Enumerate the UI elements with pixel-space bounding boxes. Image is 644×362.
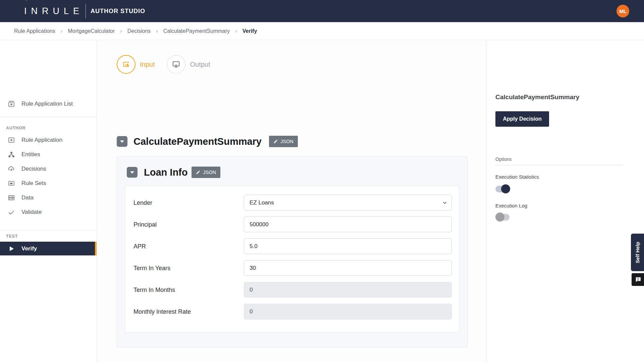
sidebar-item-label: Rule Sets xyxy=(21,180,46,187)
self-help-label: Self Help xyxy=(635,242,640,263)
sidebar-item-label: Validate xyxy=(21,209,42,216)
breadcrumb-separator: › xyxy=(235,28,237,35)
lender-select[interactable]: EZ Loans xyxy=(244,195,452,210)
sidebar-item-label: Decisions xyxy=(21,166,46,172)
sidebar-item-verify[interactable]: Verify xyxy=(0,242,97,255)
tab-output[interactable]: Output xyxy=(167,55,210,74)
rule-application-list-icon xyxy=(7,100,15,108)
rule-application-icon xyxy=(7,136,15,144)
input-icon xyxy=(117,55,136,74)
breadcrumb: Rule Applications › MortgageCalculator ›… xyxy=(0,22,644,40)
inrule-logo: INRULE AUTHOR STUDIO xyxy=(24,4,145,18)
sidebar-section-test: TEST xyxy=(6,234,18,239)
breadcrumb-current-verify: Verify xyxy=(243,28,257,34)
panel-title: CalculatePaymentSummary xyxy=(495,94,579,101)
term-in-months-input xyxy=(244,282,452,298)
left-sidebar: Rule Application List AUTHOR Rule Applic… xyxy=(0,41,97,362)
breadcrumb-mortgagecalculator[interactable]: MortgageCalculator xyxy=(68,28,115,34)
form-row-monthly-interest-rate: Monthly Interest Rate xyxy=(125,304,459,319)
options-divider xyxy=(495,165,623,165)
loan-info-json-button[interactable]: JSON xyxy=(192,167,220,178)
lender-label: Lender xyxy=(133,199,152,206)
decisions-icon xyxy=(7,165,15,173)
form-row-term-in-months: Term In Months xyxy=(125,282,459,298)
execution-statistics-label: Execution Statistics xyxy=(495,174,539,180)
sidebar-section-author: AUTHOR xyxy=(6,126,25,130)
sidebar-item-rule-application[interactable]: Rule Application xyxy=(0,133,97,147)
main-content: Input Output CalculatePaymentSummary JSO… xyxy=(97,41,486,362)
breadcrumb-calculatepaymentsummary[interactable]: CalculatePaymentSummary xyxy=(163,28,230,34)
sidebar-item-validate[interactable]: Validate xyxy=(0,205,97,219)
term-in-years-label: Term In Years xyxy=(133,264,170,272)
sidebar-item-rule-sets[interactable]: Rule Sets xyxy=(0,176,97,190)
pencil-icon xyxy=(273,139,278,144)
sidebar-item-label: Rule Application xyxy=(21,137,62,143)
sidebar-item-label: Rule Application List xyxy=(21,101,73,107)
sidebar-item-label: Data xyxy=(21,194,34,201)
form-row-apr: APR xyxy=(125,238,459,254)
rule-sets-icon xyxy=(7,179,15,187)
decision-title: CalculatePaymentSummary xyxy=(133,136,262,147)
form-row-lender: Lender EZ Loans xyxy=(125,195,459,210)
right-panel: CalculatePaymentSummary Apply Decision O… xyxy=(486,41,644,362)
app-header: INRULE AUTHOR STUDIO ML xyxy=(0,0,644,22)
collapse-decision-button[interactable] xyxy=(117,136,127,147)
principal-input[interactable] xyxy=(244,217,452,232)
json-button-label: JSON xyxy=(203,170,216,175)
logo-divider xyxy=(86,4,86,18)
apr-label: APR xyxy=(133,243,146,250)
data-icon xyxy=(7,194,15,202)
breadcrumb-rule-applications[interactable]: Rule Applications xyxy=(14,28,55,34)
json-button-label: JSON xyxy=(280,139,293,144)
pencil-icon xyxy=(196,170,201,175)
breadcrumb-decisions[interactable]: Decisions xyxy=(127,28,151,34)
output-icon xyxy=(167,55,185,74)
chevron-down-icon xyxy=(130,171,134,174)
feedback-button[interactable] xyxy=(632,273,644,286)
term-in-years-input[interactable] xyxy=(244,260,452,276)
term-in-months-label: Term In Months xyxy=(133,286,175,293)
loan-info-card: Loan Info JSON Lender EZ Loans Principal xyxy=(116,156,468,348)
sidebar-divider xyxy=(0,230,97,231)
tab-input-label: Input xyxy=(140,61,155,68)
options-label: Options xyxy=(495,157,512,162)
sidebar-item-decisions[interactable]: Decisions xyxy=(0,162,97,176)
collapse-loan-info-button[interactable] xyxy=(127,167,138,178)
tab-input[interactable]: Input xyxy=(117,55,155,74)
principal-label: Principal xyxy=(133,221,157,228)
decision-header: CalculatePaymentSummary JSON xyxy=(117,136,298,147)
loan-info-form: Lender EZ Loans Principal APR xyxy=(125,186,459,333)
execution-statistics-toggle[interactable] xyxy=(495,184,510,193)
sidebar-item-label: Entities xyxy=(21,151,40,158)
sidebar-divider xyxy=(0,117,97,117)
toggle-thumb xyxy=(501,184,510,193)
form-row-term-in-years: Term In Years xyxy=(125,260,459,276)
execution-log-label: Execution Log xyxy=(495,203,527,208)
tab-output-label: Output xyxy=(190,61,210,68)
sidebar-item-label: Verify xyxy=(21,245,37,252)
app-title: AUTHOR STUDIO xyxy=(91,8,145,15)
loan-info-title: Loan Info xyxy=(144,167,187,178)
entities-icon xyxy=(7,150,15,159)
sidebar-item-entities[interactable]: Entities xyxy=(0,147,97,162)
form-row-principal: Principal xyxy=(125,217,459,232)
toggle-thumb xyxy=(495,213,504,222)
chevron-down-icon xyxy=(120,140,124,143)
logo-triangle-icon xyxy=(24,0,29,1)
sidebar-item-rule-application-list[interactable]: Rule Application List xyxy=(0,97,97,111)
self-help-tab[interactable]: Self Help xyxy=(631,234,644,271)
sidebar-item-data[interactable]: Data xyxy=(0,191,97,205)
apr-input[interactable] xyxy=(244,238,452,254)
apply-decision-button[interactable]: Apply Decision xyxy=(495,111,549,127)
feedback-bubble-icon xyxy=(635,276,641,283)
play-icon xyxy=(7,245,15,253)
monthly-interest-rate-input xyxy=(244,304,452,319)
io-tabs: Input Output xyxy=(117,55,210,74)
validate-icon xyxy=(7,208,15,216)
logo-text: INRULE xyxy=(24,7,84,16)
execution-log-toggle[interactable] xyxy=(495,213,510,222)
user-avatar[interactable]: ML xyxy=(616,5,629,17)
monthly-interest-rate-label: Monthly Interest Rate xyxy=(133,308,191,315)
decision-json-button[interactable]: JSON xyxy=(269,136,298,147)
breadcrumb-separator: › xyxy=(156,28,158,35)
